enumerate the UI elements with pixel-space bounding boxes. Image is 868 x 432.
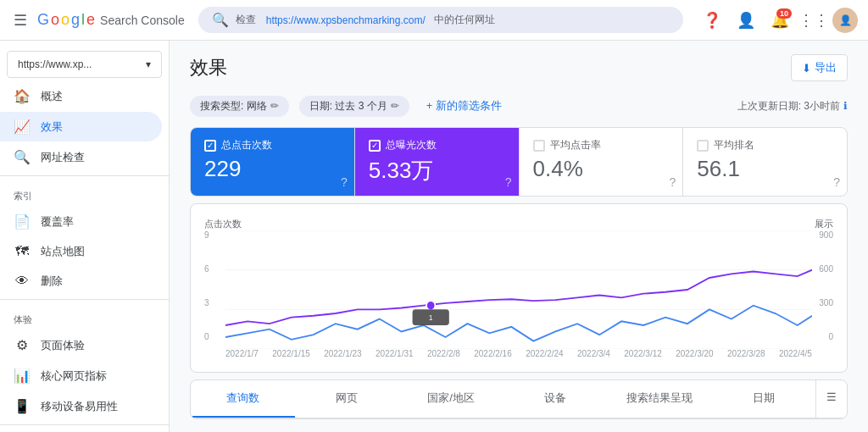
menu-icon[interactable]: ☰ [10, 8, 31, 33]
date-filter[interactable]: 日期: 过去 3 个月 ✏ [299, 96, 409, 117]
metric-card-ctr[interactable]: 平均点击率 0.4% ? [520, 128, 684, 196]
sidebar-item-cwv[interactable]: 📊 核心网页指标 [0, 361, 162, 390]
x-label-1: 2022/1/15 [272, 349, 310, 358]
y-zero-left: 0 [204, 332, 221, 341]
y-mid-left: 6 [204, 264, 221, 274]
metric-header-position: 平均排名 [697, 138, 833, 152]
last-update: 上次更新日期: 3小时前 ℹ [737, 99, 848, 114]
tab-pages-label: 网页 [336, 391, 358, 404]
export-label: 导出 [815, 60, 837, 75]
help-button[interactable]: ❓ [697, 5, 727, 36]
tab-dates[interactable]: 日期 [711, 380, 815, 418]
x-label-2: 2022/1/23 [324, 349, 362, 358]
tab-pages[interactable]: 网页 [295, 380, 399, 418]
metric-label-clicks: 总点击次数 [221, 138, 272, 152]
metric-header-clicks: 总点击次数 [204, 138, 341, 152]
metric-header-impressions: 总曝光次数 [369, 138, 505, 152]
sidebar-item-page-experience[interactable]: ⚙ 页面体验 [0, 330, 162, 360]
tab-search-appearance-label: 搜索结果呈现 [626, 391, 693, 404]
search-url: https://www.xpsbenchmarking.com/ [266, 14, 426, 26]
metric-card-position[interactable]: 平均排名 56.1 ? [683, 128, 847, 196]
add-filter-label: + 新的筛选条件 [426, 98, 502, 114]
sidebar-item-removals[interactable]: 👁 删除 [0, 267, 162, 296]
metric-label-position: 平均排名 [714, 138, 754, 152]
edit-icon-2: ✏ [391, 100, 399, 112]
sidebar-item-coverage[interactable]: 📄 覆盖率 [0, 207, 162, 236]
search-prefix: 检查 [236, 13, 256, 27]
x-label-9: 2022/3/20 [676, 349, 714, 358]
topbar-actions: ❓ 👤 🔔 10 ⋮⋮ 👤 [697, 5, 858, 36]
y-max-right: 900 [808, 230, 833, 240]
metric-card-impressions[interactable]: 总曝光次数 5.33万 ? [355, 128, 520, 196]
y-low-left: 3 [204, 298, 221, 307]
x-label-5: 2022/2/16 [474, 349, 512, 358]
page-title: 效果 [190, 55, 227, 80]
export-button[interactable]: ⬇ 导出 [791, 54, 848, 81]
tab-devices-label: 设备 [544, 391, 566, 404]
chart-y-label-right: 展示 [815, 218, 833, 230]
sidebar-label-cwv: 核心网页指标 [41, 368, 107, 384]
metric-label-ctr: 平均点击率 [550, 138, 601, 152]
divider-2 [0, 299, 169, 300]
performance-chart: 1 [225, 230, 812, 349]
search-icon: 🔍 [212, 12, 229, 28]
metric-info-impressions: ? [505, 175, 512, 189]
search-type-filter[interactable]: 搜索类型: 网络 ✏ [190, 96, 289, 117]
chart-container: 点击次数 展示 9 6 3 0 900 600 300 0 [190, 203, 848, 373]
section-enhancements: 增强功能 [0, 429, 169, 432]
metric-info-ctr: ? [669, 175, 676, 189]
metric-checkbox-impressions[interactable] [369, 140, 381, 152]
metric-info-clicks: ? [341, 175, 348, 189]
tab-countries[interactable]: 国家/地区 [399, 380, 504, 418]
coverage-icon: 📄 [14, 213, 31, 230]
metrics-row: 总点击次数 229 ? 总曝光次数 5.33万 ? 平均点击率 0.4% ? 平… [190, 127, 848, 197]
x-label-8: 2022/3/12 [624, 349, 662, 358]
tab-queries[interactable]: 查询数 [191, 380, 295, 418]
tabs-container: 查询数 网页 国家/地区 设备 搜索结果呈现 日期 ☰ [190, 379, 848, 419]
home-icon: 🏠 [14, 88, 31, 104]
sidebar: https://www.xp... ▾ 🏠 概述 📈 效果 🔍 网址检查 索引 … [0, 41, 170, 432]
add-filter-button[interactable]: + 新的筛选条件 [420, 95, 509, 117]
y-zero-right: 0 [808, 332, 833, 341]
metric-checkbox-clicks[interactable] [204, 140, 216, 152]
metric-label-impressions: 总曝光次数 [386, 138, 437, 152]
x-label-6: 2022/2/24 [526, 349, 564, 358]
x-label-10: 2022/3/28 [727, 349, 765, 358]
y-low-right: 300 [808, 298, 833, 307]
sidebar-item-url-inspect[interactable]: 🔍 网址检查 [0, 142, 162, 172]
tab-countries-label: 国家/地区 [427, 391, 475, 404]
metric-checkbox-position[interactable] [697, 140, 709, 152]
page-experience-icon: ⚙ [14, 337, 31, 353]
date-label: 日期: 过去 3 个月 [309, 99, 387, 114]
account-button[interactable]: 👤 [731, 5, 761, 36]
sidebar-item-performance[interactable]: 📈 效果 [0, 112, 162, 141]
metric-card-clicks[interactable]: 总点击次数 229 ? [191, 128, 355, 196]
page-header: 效果 ⬇ 导出 [190, 54, 848, 81]
search-type-label: 搜索类型: 网络 [200, 99, 267, 114]
divider-1 [0, 175, 169, 176]
avatar[interactable]: 👤 [832, 8, 858, 33]
sidebar-item-mobile[interactable]: 📱 移动设备易用性 [0, 391, 162, 421]
tab-search-appearance[interactable]: 搜索结果呈现 [607, 380, 711, 418]
notifications-button[interactable]: 🔔 10 [765, 5, 795, 36]
metric-checkbox-ctr[interactable] [533, 140, 545, 152]
y-mid-right: 600 [808, 264, 833, 274]
apps-button[interactable]: ⋮⋮ [798, 5, 829, 36]
divider-3 [0, 424, 169, 425]
site-selector[interactable]: https://www.xp... ▾ [7, 51, 162, 78]
sitemap-icon: 🗺 [14, 244, 31, 259]
topbar-left: ☰ Google Search Console [10, 8, 185, 33]
sidebar-item-overview[interactable]: 🏠 概述 [0, 81, 162, 111]
tabs-header: 查询数 网页 国家/地区 设备 搜索结果呈现 日期 ☰ [191, 380, 847, 418]
inspect-icon: 🔍 [14, 149, 31, 165]
sidebar-item-sitemap[interactable]: 🗺 站点地图 [0, 237, 162, 266]
sidebar-label-sitemap: 站点地图 [41, 244, 85, 259]
tabs-filter-icon[interactable]: ☰ [815, 380, 847, 418]
cwv-icon: 📊 [14, 368, 31, 384]
filter-bar: 搜索类型: 网络 ✏ 日期: 过去 3 个月 ✏ + 新的筛选条件 上次更新日期… [190, 95, 848, 117]
x-label-4: 2022/2/8 [427, 349, 460, 358]
mobile-icon: 📱 [14, 398, 31, 414]
notification-badge: 10 [776, 8, 792, 19]
search-bar[interactable]: 🔍 检查 https://www.xpsbenchmarking.com/ 中的… [198, 7, 683, 33]
tab-devices[interactable]: 设备 [503, 380, 607, 418]
